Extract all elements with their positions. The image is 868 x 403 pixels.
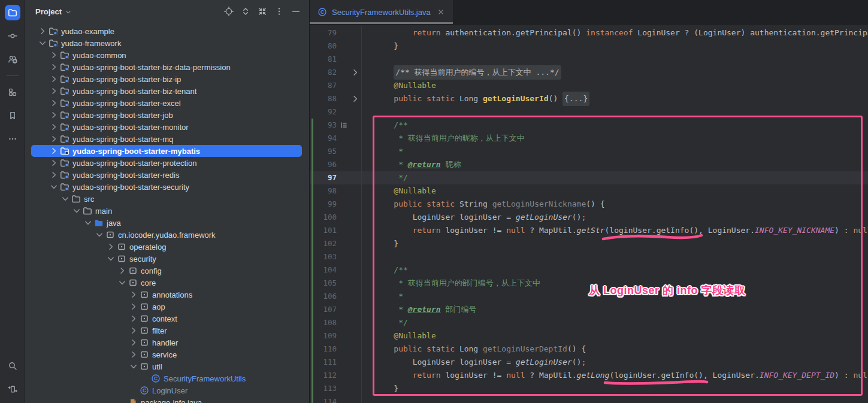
- chevron-down-icon[interactable]: [37, 38, 48, 48]
- line-number[interactable]: 110: [314, 343, 337, 356]
- tree-item-context[interactable]: context: [25, 313, 309, 325]
- tree-item-yudao-spring-boot-starter-redis[interactable]: yudao-spring-boot-starter-redis: [25, 169, 309, 181]
- chevron-down-icon[interactable]: [128, 362, 139, 371]
- tree-item-yudao-spring-boot-starter-biz-ip[interactable]: yudao-spring-boot-starter-biz-ip: [25, 73, 309, 85]
- line-number[interactable]: 96: [314, 158, 337, 171]
- chevron-right-icon[interactable]: [117, 266, 128, 275]
- chevron-down-icon[interactable]: [105, 254, 116, 263]
- tool-window-button[interactable]: [5, 381, 20, 397]
- code-line-80[interactable]: 80 }: [310, 40, 868, 53]
- tree-item-yudao-spring-boot-starter-protection[interactable]: yudao-spring-boot-starter-protection: [25, 157, 309, 169]
- code-line-111[interactable]: 111 LoginUser loginUser = getLoginUser()…: [310, 356, 868, 369]
- chevron-right-icon[interactable]: [49, 50, 59, 60]
- chevron-right-icon[interactable]: [128, 338, 139, 347]
- line-number[interactable]: 98: [314, 184, 337, 198]
- code-line-92[interactable]: 92: [310, 105, 868, 119]
- code-line-112[interactable]: 112 return loginUser != null ? MapUtil.g…: [310, 369, 868, 382]
- tree-item-yudao-spring-boot-starter-mq[interactable]: yudao-spring-boot-starter-mq: [25, 133, 309, 145]
- tree-item-config[interactable]: config: [25, 265, 309, 277]
- chevron-right-icon[interactable]: [128, 326, 139, 335]
- tree-item-yudao-spring-boot-starter-security[interactable]: yudao-spring-boot-starter-security: [25, 181, 309, 193]
- code-line-99[interactable]: 99 public static String getLoginUserNick…: [310, 198, 868, 211]
- chevron-right-icon[interactable]: [49, 62, 59, 72]
- code-line-88[interactable]: 88 public static Long getLoginUserId() {…: [310, 92, 868, 105]
- bookmarks-button[interactable]: [5, 108, 20, 123]
- code-line-113[interactable]: 113 }: [310, 382, 868, 395]
- chevron-right-icon[interactable]: [49, 134, 59, 144]
- project-button[interactable]: [5, 5, 20, 20]
- code-line-79[interactable]: 79 return authentication.getPrincipal() …: [310, 26, 868, 40]
- locate-file-icon[interactable]: [222, 4, 236, 19]
- chevron-right-icon[interactable]: [128, 290, 139, 299]
- structure-button[interactable]: [5, 84, 20, 100]
- chevron-right-icon[interactable]: [105, 242, 116, 252]
- line-number[interactable]: 79: [314, 26, 337, 40]
- chevron-down-icon[interactable]: [117, 278, 128, 287]
- line-number[interactable]: 82: [314, 66, 337, 79]
- chevron-right-icon[interactable]: [49, 86, 59, 96]
- line-number[interactable]: 101: [314, 224, 337, 237]
- chevron-right-icon[interactable]: [128, 350, 139, 359]
- line-number[interactable]: 103: [314, 250, 337, 263]
- chevron-down-icon[interactable]: [83, 218, 93, 228]
- line-number[interactable]: 109: [314, 329, 337, 343]
- line-number[interactable]: 92: [314, 105, 337, 119]
- code-line-101[interactable]: 101 return loginUser != null ? MapUtil.g…: [310, 224, 868, 237]
- code-line-87[interactable]: 87 @Nullable: [310, 79, 868, 92]
- line-number[interactable]: 102: [314, 237, 337, 250]
- code-line-110[interactable]: 110 public static Long getLoginUserDeptI…: [310, 343, 868, 356]
- line-number[interactable]: 95: [314, 145, 337, 158]
- pull-requests-button[interactable]: ?: [5, 51, 20, 67]
- tree-item-java[interactable]: java: [25, 217, 309, 229]
- tree-item-yudao-spring-boot-starter-job[interactable]: yudao-spring-boot-starter-job: [25, 109, 309, 121]
- tree-item-yudao-framework[interactable]: yudao-framework: [25, 37, 309, 49]
- code-line-94[interactable]: 94 * 获得当前用户的昵称，从上下文中: [310, 132, 868, 145]
- tree-item-core[interactable]: core: [25, 277, 309, 289]
- tree-item-handler[interactable]: handler: [25, 337, 309, 349]
- line-number[interactable]: 104: [314, 263, 337, 277]
- more-options-icon[interactable]: [272, 4, 286, 19]
- search-button[interactable]: [5, 358, 20, 374]
- chevron-right-icon[interactable]: [49, 170, 59, 180]
- tree-item-annotations[interactable]: annotations: [25, 289, 309, 301]
- tree-item-main[interactable]: main: [25, 205, 309, 217]
- line-number[interactable]: 112: [314, 369, 337, 382]
- tree-item-service[interactable]: service: [25, 349, 309, 360]
- tree-item-yudao-spring-boot-starter-excel[interactable]: yudao-spring-boot-starter-excel: [25, 97, 309, 109]
- close-tab-icon[interactable]: [437, 8, 445, 16]
- line-number[interactable]: 113: [314, 382, 337, 395]
- line-number[interactable]: 108: [314, 316, 337, 329]
- chevron-down-icon[interactable]: [71, 206, 82, 216]
- line-number[interactable]: 94: [314, 132, 337, 145]
- collapse-all-icon[interactable]: [255, 4, 270, 19]
- tree-item-package-info-java[interactable]: package-info.java: [25, 396, 309, 403]
- more-tool-windows-button[interactable]: [5, 131, 20, 147]
- fold-collapsed-icon[interactable]: [350, 94, 360, 104]
- code-line-81[interactable]: 81: [310, 53, 868, 66]
- line-number[interactable]: 99: [314, 198, 337, 211]
- chevron-right-icon[interactable]: [49, 110, 59, 120]
- editor-tab-active[interactable]: C SecurityFrameworkUtils.java: [310, 0, 453, 24]
- tree-item-security[interactable]: security: [25, 253, 309, 265]
- chevron-down-icon[interactable]: [94, 230, 105, 240]
- tree-item-yudao-example[interactable]: yudao-example: [25, 25, 309, 37]
- code-line-100[interactable]: 100 LoginUser loginUser = getLoginUser()…: [310, 211, 868, 224]
- code-line-108[interactable]: 108 */: [310, 316, 868, 329]
- code-editor[interactable]: 79 return authentication.getPrincipal() …: [310, 25, 868, 403]
- tree-item-operatelog[interactable]: operatelog: [25, 241, 309, 253]
- tree-item-filter[interactable]: filter: [25, 325, 309, 337]
- code-line-114[interactable]: 114: [310, 395, 868, 403]
- line-number[interactable]: 88: [314, 92, 337, 105]
- chevron-right-icon[interactable]: [49, 98, 59, 108]
- code-line-109[interactable]: 109 @Nullable: [310, 329, 868, 343]
- chevron-right-icon[interactable]: [128, 302, 139, 311]
- code-line-97[interactable]: 97 */: [310, 171, 868, 184]
- chevron-right-icon[interactable]: [49, 146, 59, 156]
- tree-item-yudao-spring-boot-starter-mybatis[interactable]: yudao-spring-boot-starter-mybatis: [25, 145, 309, 157]
- code-line-82[interactable]: 82 /** 获得当前用户的编号，从上下文中 ...*/: [310, 66, 868, 79]
- commit-button[interactable]: [5, 28, 20, 44]
- code-line-107[interactable]: 107 * @return 部门编号: [310, 303, 868, 316]
- line-number[interactable]: 105: [314, 277, 337, 290]
- tree-item-yudao-spring-boot-starter-biz-data-permission[interactable]: yudao-spring-boot-starter-biz-data-permi…: [25, 61, 309, 73]
- tree-item-loginuser[interactable]: CLoginUser: [25, 384, 309, 396]
